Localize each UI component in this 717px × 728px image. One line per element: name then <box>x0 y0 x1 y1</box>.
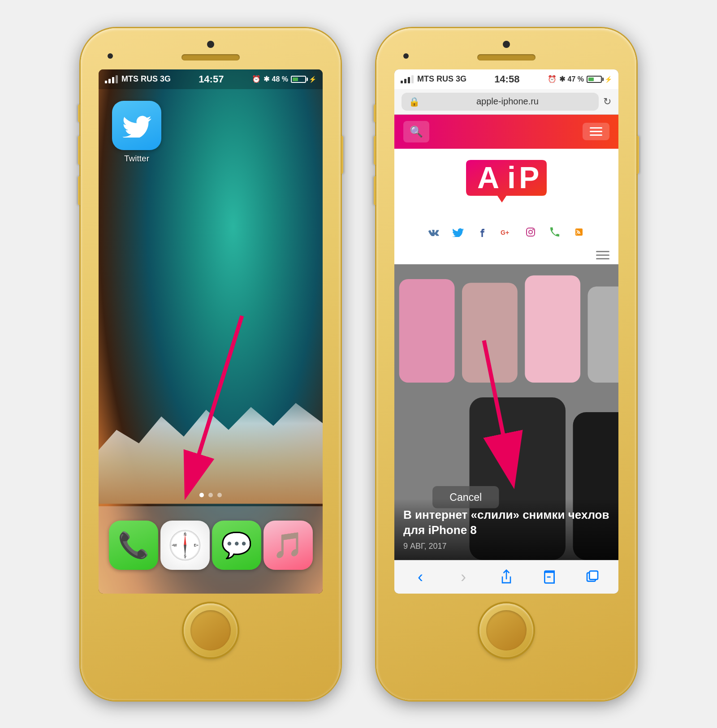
svg-rect-35 <box>589 571 598 579</box>
svg-text:i: i <box>507 160 516 194</box>
svg-rect-26 <box>525 275 580 382</box>
google-plus-icon[interactable]: G+ <box>497 223 515 241</box>
aip-logo[interactable]: A i P <box>462 158 551 209</box>
signal-bars-2 <box>401 75 414 83</box>
screen-2: MTS RUS 3G 14:58 ⏰ ✱ 47 % ⚡ 🔒 apple-i <box>394 69 618 594</box>
dock-phone-icon[interactable]: 📞 <box>109 521 158 570</box>
battery-icon-2 <box>587 76 602 83</box>
article-title: В интернет «слили» снимки чехлов для iPh… <box>403 508 609 538</box>
battery-text-2: 47 % <box>568 75 584 83</box>
svg-text:P: P <box>519 160 539 194</box>
phone-social-icon[interactable] <box>546 223 564 241</box>
social-icons-row: G+ <box>394 218 618 246</box>
wallpaper-wave <box>99 370 323 504</box>
bookmarks-button[interactable] <box>537 564 562 589</box>
volume-down-button-2[interactable] <box>374 176 376 205</box>
mute-button[interactable] <box>78 104 81 122</box>
share-button[interactable] <box>494 564 519 589</box>
logo-area: A i P <box>394 149 618 218</box>
home-button-inner-1 <box>190 610 231 650</box>
svg-text:A: A <box>477 160 499 194</box>
vk-icon[interactable] <box>425 223 443 241</box>
svg-point-20 <box>529 230 532 234</box>
forward-button[interactable]: › <box>451 564 476 589</box>
bookmarks-icon-svg <box>542 570 557 584</box>
safari-screen: MTS RUS 3G 14:58 ⏰ ✱ 47 % ⚡ 🔒 apple-i <box>394 69 618 594</box>
status-left-2: MTS RUS 3G <box>401 74 466 84</box>
mute-button-2[interactable] <box>374 104 376 122</box>
status-bar-2: MTS RUS 3G 14:58 ⏰ ✱ 47 % ⚡ <box>394 69 618 89</box>
home-button-inner-2 <box>486 610 527 650</box>
svg-rect-27 <box>588 286 619 383</box>
phone-2: MTS RUS 3G 14:58 ⏰ ✱ 47 % ⚡ 🔒 apple-i <box>376 28 636 700</box>
alarm-icon-2: ⏰ <box>548 75 557 83</box>
facebook-icon[interactable] <box>473 223 491 241</box>
battery-text-1: 48 % <box>272 75 288 83</box>
bluetooth-icon: ✱ <box>263 75 269 83</box>
app-grid: Twitter <box>112 101 323 164</box>
speaker <box>181 54 240 60</box>
svg-text:E: E <box>194 543 196 547</box>
volume-up-button[interactable] <box>78 136 81 165</box>
home-button-2[interactable] <box>479 603 533 657</box>
volume-down-button[interactable] <box>78 176 81 205</box>
status-right-1: ⏰ ✱ 48 % ⚡ <box>252 75 316 83</box>
status-left: MTS RUS 3G <box>105 74 171 84</box>
power-button[interactable] <box>341 136 343 174</box>
back-button[interactable]: ‹ <box>408 564 433 589</box>
signal-bars <box>105 75 118 83</box>
phone-1: MTS RUS 3G 14:57 ⏰ ✱ 48 % ⚡ <box>81 28 341 700</box>
twitter-app-wrapper: Twitter <box>112 101 161 164</box>
camera <box>207 41 214 48</box>
home-button-1[interactable] <box>184 603 238 657</box>
page-dot-3 <box>217 493 222 497</box>
volume-up-button-2[interactable] <box>374 136 376 165</box>
screen-1: MTS RUS 3G 14:57 ⏰ ✱ 48 % ⚡ <box>99 69 323 594</box>
sensor-dot-2 <box>403 53 409 59</box>
battery-icon-1 <box>291 76 306 83</box>
tabs-button[interactable] <box>580 564 605 589</box>
rss-icon[interactable] <box>570 223 588 241</box>
svg-point-21 <box>532 229 534 230</box>
instagram-icon[interactable] <box>522 223 540 241</box>
twitter-social-icon[interactable] <box>449 223 467 241</box>
sensor-dot <box>108 53 113 59</box>
home-screen: MTS RUS 3G 14:57 ⏰ ✱ 48 % ⚡ <box>99 69 323 594</box>
alarm-icon: ⏰ <box>252 75 261 83</box>
safari-url-bar: 🔒 apple-iphone.ru ↻ <box>394 89 618 115</box>
site-menu-button[interactable] <box>583 123 609 140</box>
charging-icon-1: ⚡ <box>309 76 316 83</box>
twitter-label: Twitter <box>124 154 149 164</box>
svg-text:W: W <box>173 543 177 547</box>
svg-rect-24 <box>399 279 455 383</box>
url-input[interactable]: 🔒 apple-iphone.ru <box>402 93 599 111</box>
reload-button[interactable]: ↻ <box>603 96 611 108</box>
dock-music-icon[interactable]: 🎵 <box>263 521 313 570</box>
website-content: 🔍 <box>394 115 618 594</box>
camera-2 <box>503 41 510 48</box>
lock-icon: 🔒 <box>409 96 420 107</box>
power-button-2[interactable] <box>636 136 639 174</box>
share-icon-svg <box>499 569 514 585</box>
dock-messages-icon[interactable]: 💬 <box>212 521 261 570</box>
article-card[interactable]: Cancel В интернет «слили» снимки чехлов … <box>394 264 618 560</box>
battery-fill-1 <box>293 78 298 81</box>
time-display-1: 14:57 <box>199 73 224 85</box>
carrier-text: MTS RUS 3G <box>121 74 171 84</box>
svg-text:G+: G+ <box>501 229 509 236</box>
search-icon: 🔍 <box>410 125 423 138</box>
page-dot-1 <box>199 493 204 497</box>
content-menu[interactable] <box>394 246 618 264</box>
status-right-2: ⏰ ✱ 47 % ⚡ <box>548 75 612 83</box>
page-dots <box>199 493 222 497</box>
twitter-app-icon[interactable] <box>112 101 161 150</box>
charging-icon-2: ⚡ <box>605 76 612 83</box>
bluetooth-icon-2: ✱ <box>559 75 565 83</box>
dock: 📞 N S W E <box>99 506 323 594</box>
aip-logo-svg: A i P <box>462 158 551 207</box>
article-date: 9 АВГ, 2017 <box>403 542 609 551</box>
site-search-button[interactable]: 🔍 <box>403 121 429 142</box>
time-display-2: 14:58 <box>494 73 519 85</box>
status-bar-1: MTS RUS 3G 14:57 ⏰ ✱ 48 % ⚡ <box>99 69 323 89</box>
dock-safari-icon[interactable]: N S W E <box>160 521 210 570</box>
